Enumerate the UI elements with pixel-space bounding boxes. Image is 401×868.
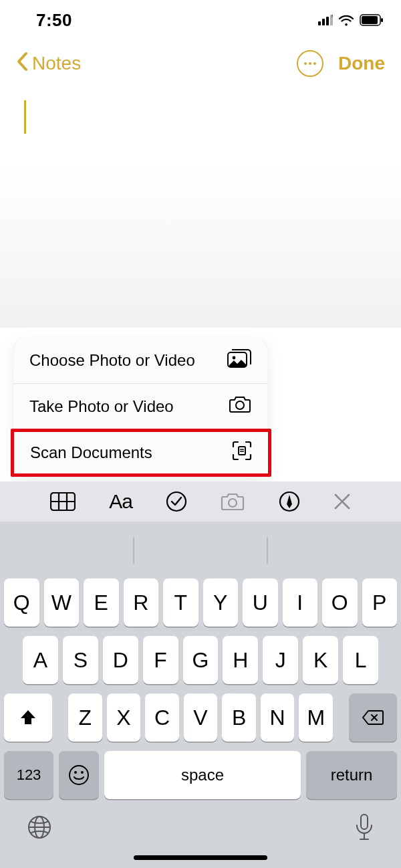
- svg-rect-1: [322, 19, 325, 25]
- svg-point-9: [233, 356, 236, 360]
- markup-button[interactable]: [279, 491, 300, 512]
- key-emoji[interactable]: [59, 751, 99, 799]
- key-v[interactable]: V: [184, 693, 218, 742]
- key-z[interactable]: Z: [68, 693, 102, 742]
- camera-button[interactable]: [221, 492, 245, 511]
- key-numbers[interactable]: 123: [4, 751, 53, 799]
- key-return[interactable]: return: [306, 751, 397, 799]
- photos-icon: [227, 349, 251, 372]
- key-x[interactable]: X: [107, 693, 141, 742]
- backspace-icon: [362, 710, 384, 726]
- svg-point-26: [74, 771, 77, 774]
- svg-text:!: !: [331, 15, 333, 19]
- chevron-left-icon: [16, 51, 29, 76]
- table-button[interactable]: [50, 492, 76, 511]
- key-q[interactable]: Q: [4, 578, 39, 627]
- more-button[interactable]: [297, 50, 323, 77]
- key-f[interactable]: F: [143, 636, 178, 684]
- menu-label: Take Photo or Video: [29, 397, 174, 416]
- svg-point-10: [236, 401, 244, 409]
- key-b[interactable]: B: [222, 693, 256, 742]
- checklist-button[interactable]: [166, 491, 187, 512]
- menu-scan-documents[interactable]: Scan Documents: [11, 429, 271, 477]
- key-a[interactable]: A: [23, 636, 58, 684]
- key-y[interactable]: Y: [203, 578, 239, 627]
- svg-point-19: [229, 499, 237, 507]
- svg-rect-0: [318, 21, 321, 25]
- camera-icon: [229, 396, 251, 417]
- key-e[interactable]: E: [84, 578, 119, 627]
- back-button[interactable]: Notes: [16, 51, 81, 76]
- battery-icon: [360, 14, 384, 26]
- camera-icon: [221, 492, 245, 511]
- keyboard-footer: [0, 804, 401, 849]
- suggestion-slot[interactable]: [134, 527, 267, 574]
- key-backspace[interactable]: [349, 693, 397, 742]
- globe-button[interactable]: [27, 815, 52, 843]
- key-w[interactable]: W: [44, 578, 80, 627]
- home-indicator[interactable]: [134, 855, 267, 860]
- status-bar: 7:50 !: [0, 0, 401, 40]
- emoji-icon: [68, 764, 90, 786]
- key-j[interactable]: J: [263, 636, 298, 684]
- close-icon: [333, 493, 351, 510]
- table-icon: [50, 492, 76, 511]
- suggestion-bar: [0, 527, 401, 574]
- key-t[interactable]: T: [163, 578, 198, 627]
- status-time: 7:50: [17, 10, 72, 31]
- menu-label: Choose Photo or Video: [29, 351, 195, 370]
- svg-point-25: [70, 766, 88, 784]
- svg-point-18: [167, 492, 186, 511]
- dictation-button[interactable]: [354, 813, 374, 844]
- keyboard: Q W E R T Y U I O P A S D F G H J K L Z …: [0, 522, 401, 868]
- format-toolbar: Aa: [0, 481, 401, 522]
- key-space[interactable]: space: [104, 751, 301, 799]
- pen-circle-icon: [279, 491, 300, 512]
- wifi-icon: [338, 14, 354, 26]
- key-row-1: Q W E R T Y U I O P: [0, 574, 401, 631]
- key-s[interactable]: S: [63, 636, 98, 684]
- svg-rect-11: [239, 447, 245, 455]
- svg-rect-7: [381, 18, 383, 22]
- key-n[interactable]: N: [261, 693, 295, 742]
- suggestion-slot[interactable]: [268, 527, 401, 574]
- key-i[interactable]: I: [283, 578, 318, 627]
- key-l[interactable]: L: [343, 636, 378, 684]
- text-cursor: [24, 100, 26, 134]
- checkmark-circle-icon: [166, 491, 187, 512]
- key-row-bottom: 123 space return: [0, 746, 401, 804]
- key-c[interactable]: C: [145, 693, 179, 742]
- key-m[interactable]: M: [299, 693, 333, 742]
- close-button[interactable]: [333, 493, 351, 510]
- note-editor[interactable]: [0, 87, 401, 328]
- key-d[interactable]: D: [103, 636, 138, 684]
- key-o[interactable]: O: [322, 578, 358, 627]
- globe-icon: [27, 815, 52, 840]
- key-g[interactable]: G: [183, 636, 219, 684]
- status-icons: !: [318, 14, 384, 26]
- attach-menu: Choose Photo or Video Take Photo or Vide…: [13, 338, 267, 475]
- background-fade: [0, 167, 401, 328]
- key-row-3: Z X C V B N M: [0, 689, 401, 746]
- menu-take-photo[interactable]: Take Photo or Video: [13, 384, 267, 429]
- key-shift[interactable]: [4, 693, 52, 742]
- key-u[interactable]: U: [243, 578, 278, 627]
- key-k[interactable]: K: [303, 636, 338, 684]
- nav-bar: Notes Done: [0, 40, 401, 87]
- back-label: Notes: [32, 53, 81, 74]
- shift-icon: [19, 709, 37, 726]
- key-r[interactable]: R: [124, 578, 159, 627]
- suggestion-slot[interactable]: [0, 527, 133, 574]
- key-row-2: A S D F G H J K L: [0, 631, 401, 689]
- menu-choose-photo[interactable]: Choose Photo or Video: [13, 338, 267, 383]
- done-button[interactable]: Done: [338, 53, 385, 74]
- svg-rect-31: [361, 815, 368, 829]
- microphone-icon: [354, 813, 374, 841]
- key-p[interactable]: P: [362, 578, 398, 627]
- svg-rect-6: [362, 16, 378, 24]
- scan-icon: [232, 441, 252, 465]
- text-format-button[interactable]: Aa: [109, 490, 132, 513]
- ellipsis-icon: [304, 62, 316, 65]
- svg-rect-2: [326, 17, 329, 25]
- key-h[interactable]: H: [223, 636, 258, 684]
